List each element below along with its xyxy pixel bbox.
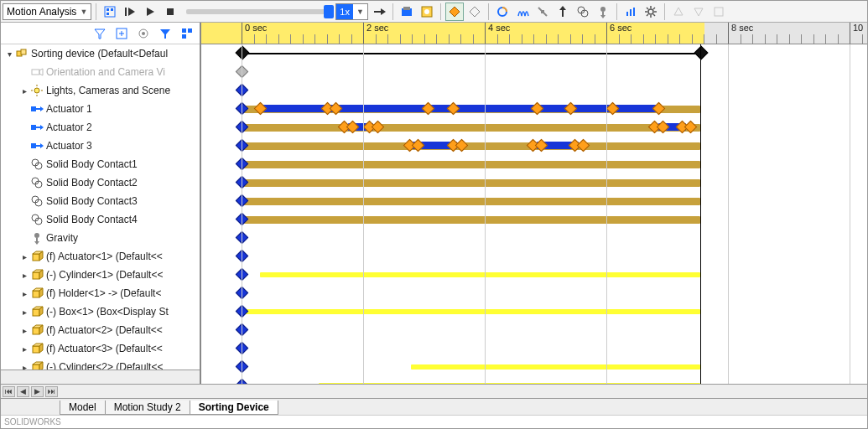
- tree-item[interactable]: Actuator 2: [1, 118, 200, 137]
- sim-results-button[interactable]: [709, 3, 728, 21]
- bottom-tab[interactable]: Model: [60, 401, 106, 415]
- motor-button[interactable]: [493, 3, 512, 21]
- timeline-row[interactable]: [201, 173, 867, 192]
- calculate-button[interactable]: [101, 3, 119, 21]
- timeline-row[interactable]: [201, 321, 867, 339]
- scroll-last-button[interactable]: ⏭: [45, 386, 58, 397]
- damper-button[interactable]: [533, 3, 552, 21]
- timeline-bar[interactable]: [242, 124, 700, 132]
- tree-item[interactable]: Solid Body Contact1: [1, 155, 200, 173]
- keyframe-diamond[interactable]: [694, 46, 709, 60]
- timeline-row[interactable]: [201, 155, 867, 173]
- playback-speed-dropdown[interactable]: 1x ▼: [335, 3, 368, 20]
- scroll-right-button[interactable]: ▶: [31, 386, 44, 397]
- timeline-row[interactable]: [201, 358, 867, 376]
- sim-advisor-button[interactable]: [689, 3, 708, 21]
- study-type-dropdown[interactable]: Motion Analysis ▼: [3, 3, 91, 20]
- timeline-row[interactable]: [201, 81, 867, 100]
- tree-item[interactable]: ▸(f) Actuator<1> (Default<<: [1, 247, 200, 266]
- tree-display-button[interactable]: [178, 24, 196, 43]
- stop-button[interactable]: [161, 3, 179, 21]
- tree-item[interactable]: ▸(-) Cylinder<1> (Default<<: [1, 266, 200, 284]
- timeline-row[interactable]: [201, 229, 867, 247]
- keyframe-diamond[interactable]: [236, 46, 250, 60]
- timeline-bar[interactable]: [411, 364, 700, 370]
- time-slider-thumb[interactable]: [324, 5, 334, 18]
- timeline-row[interactable]: [201, 118, 867, 137]
- playback-mode-button[interactable]: [370, 3, 388, 21]
- timeline-row[interactable]: [201, 44, 867, 63]
- tree-item[interactable]: Solid Body Contact2: [1, 173, 200, 192]
- tree-item[interactable]: ▸(f) Actuator<2> (Default<<: [1, 321, 200, 339]
- tree-expander-icon[interactable]: ▸: [19, 86, 29, 96]
- tree-item[interactable]: ▾Sorting device (Default<Defaul: [1, 44, 200, 63]
- tree-item[interactable]: Actuator 1: [1, 100, 200, 118]
- tree-filter-funnel-button[interactable]: [156, 24, 174, 43]
- timeline-ruler[interactable]: 0 sec2 sec4 sec6 sec8 sec10: [201, 23, 867, 44]
- add-key-button[interactable]: [465, 3, 484, 21]
- autokey-button[interactable]: [445, 3, 464, 21]
- collapse-button[interactable]: [134, 24, 153, 43]
- tree-item[interactable]: ▸(f) Holder<1> -> (Default<: [1, 284, 200, 302]
- timeline-bar[interactable]: [319, 383, 700, 384]
- tree-expander-icon[interactable]: ▾: [4, 49, 14, 59]
- save-animation-button[interactable]: [398, 3, 416, 21]
- timeline-row[interactable]: [201, 302, 867, 321]
- timeline-bar[interactable]: [242, 198, 700, 205]
- tree-item[interactable]: ▸(-) Cylinder<2> (Default<<: [1, 358, 200, 370]
- timeline-row[interactable]: [201, 339, 867, 358]
- tree-item[interactable]: Actuator 3: [1, 137, 200, 155]
- timeline-row[interactable]: [201, 376, 867, 384]
- tree-item[interactable]: Gravity: [1, 229, 200, 247]
- results-button[interactable]: [621, 3, 640, 21]
- time-slider[interactable]: [186, 9, 329, 14]
- svg-rect-84: [33, 291, 39, 297]
- timeline-bar[interactable]: [242, 216, 700, 224]
- timeline-row[interactable]: [201, 137, 867, 155]
- settings-button[interactable]: [642, 3, 660, 21]
- expand-button[interactable]: [112, 24, 131, 43]
- tree-item[interactable]: Orientation and Camera Vi: [1, 63, 200, 81]
- tree-expander-icon[interactable]: ▸: [19, 363, 29, 370]
- tree-expander-icon[interactable]: ▸: [19, 252, 29, 261]
- bottom-tab[interactable]: Motion Study 2: [105, 401, 190, 415]
- bottom-tab[interactable]: Sorting Device: [190, 401, 278, 415]
- play-from-start-button[interactable]: [121, 3, 139, 21]
- timeline-bar[interactable]: [242, 309, 700, 314]
- tree-item[interactable]: ▸Lights, Cameras and Scene: [1, 81, 200, 100]
- animation-wizard-button[interactable]: [418, 3, 436, 21]
- timeline-row[interactable]: [201, 100, 867, 118]
- play-button[interactable]: [141, 3, 159, 21]
- timeline-row[interactable]: [201, 63, 867, 81]
- sim-setup-button[interactable]: [669, 3, 688, 21]
- tree-expander-icon[interactable]: ▸: [19, 289, 29, 298]
- tree-expander-icon[interactable]: ▸: [19, 271, 29, 280]
- timeline-bar[interactable]: [242, 142, 700, 150]
- tree-item[interactable]: Solid Body Contact3: [1, 192, 200, 210]
- timeline-bar[interactable]: [242, 161, 700, 168]
- timeline-row[interactable]: [201, 284, 867, 302]
- contact-button[interactable]: [574, 3, 592, 21]
- timeline-hscroll[interactable]: ⏮ ◀ ▶ ⏭: [1, 384, 867, 398]
- spring-button[interactable]: [513, 3, 532, 21]
- tree-item[interactable]: ▸(-) Box<1> (Box<Display St: [1, 302, 200, 321]
- timeline-area[interactable]: [201, 44, 867, 384]
- feature-tree[interactable]: ▾Sorting device (Default<DefaulOrientati…: [1, 44, 200, 370]
- tree-item[interactable]: ▸(f) Actuator<3> (Default<<: [1, 339, 200, 358]
- timeline-row[interactable]: [201, 266, 867, 284]
- scroll-left-button[interactable]: ◀: [17, 386, 29, 397]
- force-button[interactable]: [554, 3, 572, 21]
- timeline-row[interactable]: [201, 247, 867, 266]
- tree-expander-icon[interactable]: ▸: [19, 308, 29, 317]
- timeline-bar[interactable]: [242, 179, 700, 187]
- tree-hscroll[interactable]: [1, 370, 200, 384]
- filter-button[interactable]: [91, 24, 109, 43]
- gravity-button[interactable]: [594, 3, 612, 21]
- timeline-bar[interactable]: [260, 272, 700, 277]
- timeline-row[interactable]: [201, 210, 867, 229]
- tree-expander-icon[interactable]: ▸: [19, 326, 29, 335]
- tree-item[interactable]: Solid Body Contact4: [1, 210, 200, 229]
- tree-expander-icon[interactable]: ▸: [19, 344, 29, 354]
- timeline-row[interactable]: [201, 192, 867, 210]
- scroll-first-button[interactable]: ⏮: [3, 386, 15, 397]
